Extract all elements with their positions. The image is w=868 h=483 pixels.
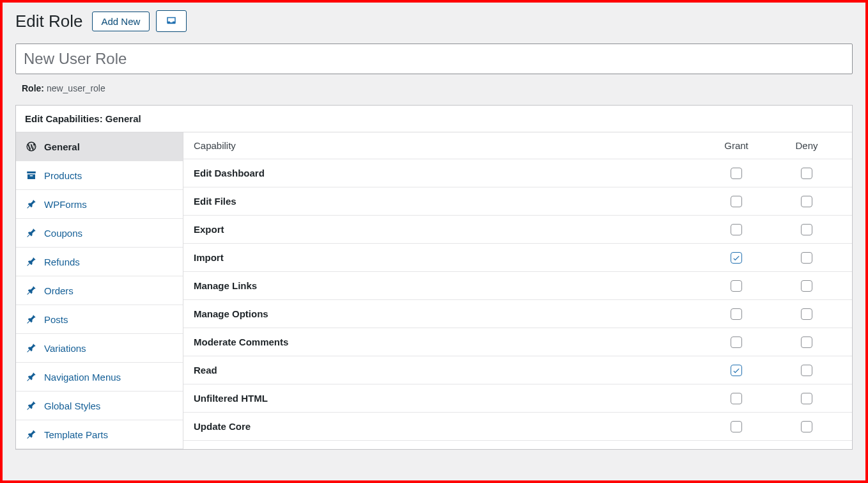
sidebar-item-coupons[interactable]: Coupons	[16, 219, 183, 248]
sidebar-item-label: Posts	[44, 314, 68, 325]
capability-group-sidebar: GeneralProductsWPFormsCouponsRefundsOrde…	[16, 132, 183, 449]
sidebar-item-label: Refunds	[44, 257, 80, 267]
sidebar-item-posts[interactable]: Posts	[16, 305, 183, 334]
wordpress-icon	[25, 141, 38, 152]
grant-checkbox[interactable]	[731, 393, 742, 404]
deny-checkbox[interactable]	[801, 252, 812, 264]
capability-row: Edit Dashboard	[183, 159, 852, 187]
capability-label: Edit Files	[194, 196, 701, 207]
inbox-icon	[164, 15, 178, 28]
panel-body: GeneralProductsWPFormsCouponsRefundsOrde…	[16, 132, 852, 449]
grant-cell	[701, 420, 771, 432]
capability-label: Moderate Comments	[194, 337, 701, 347]
pin-icon	[25, 198, 38, 210]
sidebar-item-wpforms[interactable]: WPForms	[16, 190, 183, 219]
capabilities-panel: Edit Capabilities: General GeneralProduc…	[15, 105, 853, 450]
grant-checkbox[interactable]	[731, 337, 742, 348]
capability-row: Moderate Comments	[183, 328, 852, 356]
panel-heading: Edit Capabilities: General	[16, 106, 852, 132]
deny-cell	[771, 364, 842, 376]
grant-checkbox[interactable]	[731, 308, 742, 320]
capability-table: Capability Grant Deny Edit DashboardEdit…	[183, 132, 852, 449]
capability-label: Unfiltered HTML	[194, 393, 701, 404]
sidebar-item-refunds[interactable]: Refunds	[16, 248, 183, 276]
capability-row: Export	[183, 216, 852, 244]
capability-label: Manage Options	[194, 308, 701, 319]
deny-cell	[771, 167, 842, 179]
sidebar-item-label: Products	[44, 170, 82, 181]
grant-checkbox[interactable]	[731, 252, 742, 264]
deny-checkbox[interactable]	[801, 224, 812, 235]
sidebar-item-template-parts[interactable]: Template Parts	[16, 420, 183, 449]
grant-cell	[701, 392, 771, 404]
grant-checkbox[interactable]	[731, 365, 742, 376]
grant-cell	[701, 167, 771, 179]
grant-cell	[701, 195, 771, 207]
capability-row: Read	[183, 356, 852, 384]
role-slug-line: Role: new_user_role	[22, 83, 865, 93]
add-new-button[interactable]: Add New	[92, 12, 150, 31]
grant-checkbox[interactable]	[731, 168, 742, 179]
pin-icon	[25, 227, 38, 239]
deny-checkbox[interactable]	[801, 393, 812, 404]
grant-cell	[701, 308, 771, 320]
page-header: Edit Role Add New	[3, 3, 865, 44]
role-display-name-input[interactable]	[15, 44, 853, 74]
grant-cell	[701, 364, 771, 376]
col-grant-header: Grant	[701, 140, 771, 151]
pin-icon	[25, 256, 38, 267]
sidebar-item-products[interactable]: Products	[16, 161, 183, 190]
deny-cell	[771, 336, 842, 348]
grant-checkbox[interactable]	[731, 196, 742, 207]
inbox-button[interactable]	[156, 10, 187, 32]
capability-label: Export	[194, 224, 701, 235]
role-slug-value: new_user_role	[47, 83, 105, 93]
sidebar-item-variations[interactable]: Variations	[16, 334, 183, 363]
capability-label: Import	[194, 252, 701, 263]
col-capability-header: Capability	[194, 140, 701, 151]
capability-table-head: Capability Grant Deny	[183, 132, 852, 159]
deny-cell	[771, 420, 842, 432]
pin-icon	[25, 285, 38, 296]
grant-cell	[701, 223, 771, 235]
col-deny-header: Deny	[771, 140, 842, 151]
deny-checkbox[interactable]	[801, 365, 812, 376]
sidebar-item-label: Global Styles	[44, 400, 100, 411]
sidebar-item-label: Template Parts	[44, 429, 108, 440]
role-slug-label: Role:	[22, 83, 44, 93]
grant-checkbox[interactable]	[731, 280, 742, 292]
deny-checkbox[interactable]	[801, 280, 812, 292]
deny-checkbox[interactable]	[801, 308, 812, 320]
deny-checkbox[interactable]	[801, 337, 812, 348]
sidebar-item-label: Orders	[44, 285, 74, 296]
sidebar-item-navigation-menus[interactable]: Navigation Menus	[16, 363, 183, 392]
grant-checkbox[interactable]	[731, 224, 742, 235]
sidebar-item-general[interactable]: General	[16, 132, 183, 161]
deny-checkbox[interactable]	[801, 168, 812, 179]
deny-cell	[771, 308, 842, 320]
grant-checkbox[interactable]	[731, 421, 742, 432]
deny-cell	[771, 195, 842, 207]
capability-label: Read	[194, 365, 701, 376]
pin-icon	[25, 342, 38, 354]
sidebar-item-label: Variations	[44, 343, 86, 354]
grant-cell	[701, 251, 771, 264]
sidebar-item-global-styles[interactable]: Global Styles	[16, 392, 183, 420]
deny-cell	[771, 251, 842, 264]
sidebar-item-label: Navigation Menus	[44, 372, 121, 383]
capability-row: Update Core	[183, 413, 852, 441]
capability-row: Manage Links	[183, 272, 852, 300]
capability-row: Import	[183, 244, 852, 272]
deny-cell	[771, 392, 842, 404]
sidebar-item-orders[interactable]: Orders	[16, 276, 183, 305]
deny-checkbox[interactable]	[801, 196, 812, 207]
pin-icon	[25, 429, 38, 440]
deny-checkbox[interactable]	[801, 421, 812, 432]
pin-icon	[25, 371, 38, 383]
sidebar-item-label: General	[44, 141, 80, 152]
edit-role-page: Edit Role Add New Role: new_user_role Ed…	[0, 0, 868, 483]
archive-icon	[25, 170, 38, 181]
sidebar-item-label: Coupons	[44, 228, 82, 239]
capability-row: Manage Options	[183, 300, 852, 328]
grant-cell	[701, 280, 771, 292]
